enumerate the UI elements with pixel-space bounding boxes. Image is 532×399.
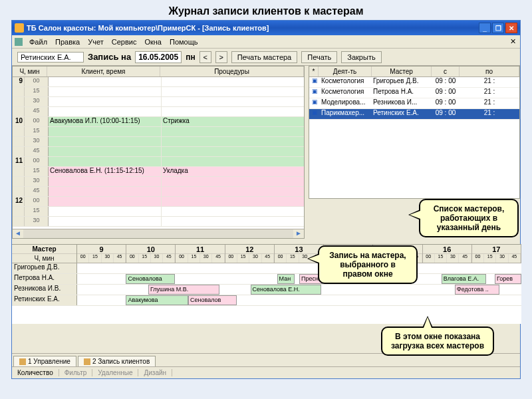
menubar: ФайлПравкаУчетСервисОкнаПомощь ✕	[12, 35, 520, 49]
schedule-row[interactable]: 15Сеновалова Е.Н. (11:15-12:15)Укладка	[13, 167, 304, 177]
status-segment: Дизайн	[138, 369, 172, 376]
menu-Учет[interactable]: Учет	[84, 37, 108, 47]
masters-panel: * Деят-ть Мастер с по ▣КосметологияГриго…	[309, 66, 520, 199]
col-master: Мастер	[372, 66, 432, 76]
app-icon	[15, 23, 24, 33]
hour-label: 13	[275, 245, 323, 254]
status-segment: Количество	[12, 369, 59, 376]
close-button[interactable]: ✕	[505, 23, 517, 33]
col-time: Ч, мин	[13, 66, 47, 76]
titlebar: ТБ Салон красоты: Мой компьютер\ПримерСК…	[12, 21, 520, 35]
col-star: *	[309, 66, 319, 76]
tab[interactable]: 2 Запись клиентов	[78, 356, 156, 366]
hour-label: 16	[423, 245, 471, 254]
schedule-row[interactable]: 15	[13, 87, 304, 97]
col-from: с	[432, 66, 460, 76]
menu-Окна[interactable]: Окна	[140, 37, 166, 47]
schedule-row[interactable]: 30	[13, 97, 304, 107]
tab-icon	[84, 358, 90, 365]
menu-icon	[15, 38, 23, 46]
statusbar: КоличествоФильтрУдаленныеДизайн	[12, 366, 520, 378]
hour-label: 17	[472, 245, 521, 254]
master-row[interactable]: ▣КосметологияПетрова Н.А.09 : 0021 :	[309, 88, 519, 98]
appointment-block[interactable]: Федотова ..	[455, 285, 499, 295]
col-to: по	[460, 66, 519, 76]
master-row[interactable]: ▣Парикмахер...Ретинских Е.А.09 : 0021 :	[309, 109, 519, 120]
hour-label: 9	[77, 245, 126, 254]
appointment-block[interactable]: Горев	[495, 274, 521, 284]
maximize-button[interactable]: ❐	[492, 23, 504, 33]
timeline-panel: Мастер Ч, мин 90015304510001530451100153…	[12, 244, 521, 324]
schedule-row[interactable]: 900	[13, 77, 304, 87]
timeline-row[interactable]: Петрова Н.А.СеноваловаМанПресняВлагова Е…	[12, 274, 521, 285]
schedule-row[interactable]: 45	[13, 187, 304, 197]
appointment-block[interactable]: Глушина М.В.	[148, 285, 219, 295]
col-proc: Процедуры	[160, 66, 304, 76]
appointment-block[interactable]: Влагова Е.А.	[442, 274, 486, 284]
schedule-row[interactable]: 1200	[13, 197, 304, 207]
tl-col-master: Мастер	[12, 245, 76, 254]
row-icon: ▣	[309, 109, 320, 119]
schedule-row[interactable]: 1100	[13, 157, 304, 167]
scroll-right-icon[interactable]: ►	[293, 229, 304, 238]
prev-day-button[interactable]: <	[200, 51, 211, 63]
schedule-row[interactable]: 45	[13, 107, 304, 117]
row-icon: ▣	[309, 98, 320, 108]
hour-label: 10	[126, 245, 175, 254]
schedule-panel: Ч, мин Клиент, время Процедуры 900153045…	[12, 66, 305, 239]
appointment-block[interactable]: Сеновалова	[126, 274, 174, 284]
schedule-row[interactable]: 30	[13, 177, 304, 187]
hour-label: 12	[225, 245, 274, 254]
tab-icon	[19, 358, 26, 365]
timeline-row[interactable]: Григорьев Д.В.	[12, 263, 521, 274]
schedule-row[interactable]: 1000Авакумова И.П. (10:00-11:15)Стрижка	[13, 117, 304, 127]
master-row[interactable]: ▣Моделирова...Резникова И...09 : 0021 :	[309, 98, 519, 109]
callout-timeline: В этом окне показана загрузка всех масте…	[381, 327, 494, 356]
date-input[interactable]: 16.05.2005	[135, 51, 182, 63]
print-button[interactable]: Печать	[301, 51, 337, 63]
close-panel-button[interactable]: Закрыть	[341, 51, 381, 63]
menu-Сервис[interactable]: Сервис	[108, 37, 141, 47]
toolbar: Ретинских Е.А. Запись на 16.05.2005 пн <…	[12, 49, 520, 66]
appointment-block[interactable]: Авакумова	[126, 295, 188, 305]
tab[interactable]: 1 Управление	[13, 356, 76, 366]
app-window: ТБ Салон красоты: Мой компьютер\ПримерСК…	[11, 20, 521, 379]
h-scrollbar[interactable]: ◄ ►	[13, 229, 304, 238]
day-label: пн	[186, 53, 196, 62]
timeline-row[interactable]: Резникова И.В.Глушина М.В.Сеновалова Е.Н…	[12, 285, 521, 295]
scroll-left-icon[interactable]: ◄	[13, 229, 23, 238]
menu-Помощь[interactable]: Помощь	[166, 37, 202, 47]
schedule-row[interactable]: 30	[13, 137, 304, 147]
hour-label: 11	[176, 245, 224, 254]
appointment-block[interactable]: Сеновалов	[188, 295, 237, 305]
callout-masters: Список мастеров, работающих в указанный …	[419, 199, 519, 237]
master-select[interactable]: Ретинских Е.А.	[17, 52, 84, 63]
schedule-row[interactable]: 15	[13, 207, 304, 217]
col-client: Клиент, время	[47, 66, 160, 76]
timeline-row[interactable]: Ретинских Е.А.АвакумоваСеновалов	[12, 295, 521, 306]
menu-Правка[interactable]: Правка	[51, 37, 84, 47]
status-segment: Фильтр	[59, 369, 93, 376]
window-title: ТБ Салон красоты: Мой компьютер\ПримерСК…	[27, 24, 269, 32]
row-icon: ▣	[309, 88, 320, 98]
tl-col-time: Ч, мин	[12, 254, 76, 263]
appointment-block[interactable]: Ман	[277, 274, 295, 284]
col-activity: Деят-ть	[319, 66, 372, 76]
print-master-button[interactable]: Печать мастера	[231, 51, 298, 63]
status-segment: Удаленные	[92, 369, 138, 376]
schedule-row[interactable]: 15	[13, 127, 304, 137]
schedule-row[interactable]: 45	[13, 147, 304, 157]
menu-Файл[interactable]: Файл	[25, 37, 51, 47]
callout-schedule: Запись на мастера, выбранного в правом о…	[318, 245, 418, 284]
next-day-button[interactable]: >	[215, 51, 227, 63]
row-icon: ▣	[309, 77, 320, 87]
toolbar-label: Запись на	[88, 52, 131, 62]
doc-close-button[interactable]: ✕	[508, 37, 517, 47]
page-title: Журнал записи клиентов к мастерам	[0, 0, 532, 20]
schedule-row[interactable]: 30	[13, 217, 304, 227]
appointment-block[interactable]: Сеновалова Е.Н.	[251, 285, 322, 295]
master-row[interactable]: ▣КосметологияГригорьев Д.В.09 : 0021 :	[309, 77, 519, 88]
minimize-button[interactable]: _	[479, 23, 491, 33]
